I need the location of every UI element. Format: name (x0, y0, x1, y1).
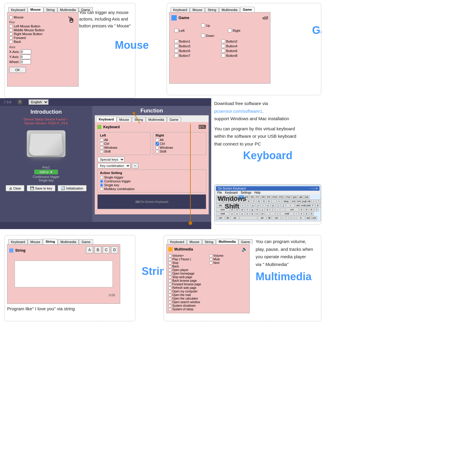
tab-mouse[interactable]: Mouse (28, 7, 43, 12)
osk-enter[interactable]: ent (285, 208, 299, 212)
osk-minus[interactable]: - (272, 199, 276, 203)
language-select[interactable]: English (29, 99, 48, 105)
osk-l[interactable]: l (270, 208, 275, 212)
multi-search-cb[interactable] (168, 301, 171, 304)
multi-tab-game[interactable]: Game (238, 239, 253, 244)
game-btn2-cb[interactable] (221, 39, 225, 43)
osk-fwdslash[interactable]: / (275, 212, 280, 216)
multi-back-cb[interactable] (168, 265, 171, 268)
info-link[interactable]: pcsensor.com/software1, (214, 109, 264, 114)
multi-my-computer-cb[interactable] (168, 290, 171, 293)
multi-calculator-cb[interactable] (168, 297, 171, 300)
right-windows-cb[interactable] (156, 146, 159, 149)
osk-v[interactable]: v (245, 212, 250, 216)
single-trigger-radio[interactable] (100, 176, 103, 179)
btn-c[interactable]: C (103, 246, 110, 253)
osk-nenter[interactable]: ent (311, 216, 317, 220)
osk-p[interactable]: p (271, 203, 275, 207)
multi-fwd-browse-cb[interactable] (168, 283, 171, 286)
osk-j[interactable]: j (260, 208, 265, 212)
osk-lshift[interactable]: shift (216, 212, 229, 216)
multi-tab-string[interactable]: String (202, 239, 216, 244)
left-alt-cb[interactable] (100, 138, 103, 142)
osk-mul[interactable]: * (316, 199, 321, 203)
xaxis-input[interactable] (21, 49, 31, 54)
multi-volume-minus-cb[interactable] (209, 254, 212, 257)
multi-tab-keyboard[interactable]: Keyboard (167, 239, 187, 244)
osk-m[interactable]: m (260, 212, 265, 216)
single-key-radio[interactable] (100, 184, 103, 187)
osk-n2[interactable]: 2 (304, 212, 309, 216)
osk-f10[interactable]: F10 (272, 195, 278, 199)
osk-b[interactable]: b (250, 212, 255, 216)
osk-n4[interactable]: 4 (299, 208, 304, 212)
left-ctrl-cb[interactable] (100, 142, 103, 145)
osk-n0[interactable]: 0 (296, 216, 305, 220)
str-tab-string[interactable]: String (43, 239, 58, 244)
mouse-enable-checkbox[interactable] (9, 16, 12, 19)
osk-x[interactable]: x (235, 212, 239, 216)
tab-string[interactable]: String (43, 7, 57, 12)
osk-f8[interactable]: F8 (261, 195, 266, 199)
osk-rshift[interactable]: shift (280, 212, 294, 216)
tab-multimedia[interactable]: Multimedia (57, 7, 79, 12)
func-tab-game[interactable]: Game (167, 117, 181, 122)
str-tab-game[interactable]: Game (79, 239, 93, 244)
help-button[interactable]: ? (17, 99, 23, 105)
game-btn1-cb[interactable] (174, 39, 178, 43)
game-btn3-cb[interactable] (174, 44, 178, 48)
osk-n1[interactable]: 1 (299, 212, 304, 216)
osk-semicolon[interactable]: ; (275, 208, 280, 212)
osk-period[interactable]: . (270, 212, 275, 216)
multi-tab-mouse[interactable]: Mouse (187, 239, 202, 244)
osk-backslash[interactable]: \ (286, 203, 295, 207)
multi-sleep-cb[interactable] (168, 308, 171, 311)
multi-volume-plus-cb[interactable] (168, 254, 171, 257)
osk-down[interactable]: ↓ (286, 216, 291, 220)
str-tab-mouse[interactable]: Mouse (28, 239, 43, 244)
osk-ins[interactable]: ins (291, 199, 296, 203)
multi-mail-cb[interactable] (168, 294, 171, 297)
osk-lwin[interactable]: ⊞ (225, 216, 230, 220)
osk-i[interactable]: i (261, 203, 265, 207)
btn-b[interactable]: B (94, 246, 101, 253)
osk-rctrl[interactable]: ctrl (272, 216, 281, 220)
osk-0[interactable]: 0 (267, 199, 271, 203)
osk-lalt[interactable]: alt (230, 216, 239, 220)
string-textarea[interactable] (15, 261, 112, 287)
osk-lbracket[interactable]: [ (276, 203, 281, 207)
btn-a[interactable]: A (86, 246, 93, 253)
osk-pup[interactable]: pup (301, 199, 306, 203)
multikey-radio[interactable] (100, 187, 103, 191)
osk-menu-settings[interactable]: Settings (241, 191, 251, 194)
osk-lctrl[interactable]: ctrl (216, 216, 225, 220)
osk-comma[interactable]: , (265, 212, 270, 216)
osk-c[interactable]: c (240, 212, 245, 216)
str-tab-multimedia[interactable]: Multimedia (58, 239, 79, 244)
osk-alk[interactable]: alk (298, 195, 303, 199)
osk-psc[interactable]: psc (292, 195, 298, 199)
osk-equals[interactable]: = (277, 199, 281, 203)
multi-open-player-cb[interactable] (168, 269, 171, 272)
func-tab-string[interactable]: String (132, 117, 146, 122)
left-shift-cb[interactable] (100, 150, 103, 153)
middle-mouse-btn-checkbox[interactable] (9, 29, 12, 32)
osk-bksp[interactable]: bksp (282, 199, 291, 203)
osk-n7[interactable]: 7 (310, 203, 315, 207)
multi-next-cb[interactable] (209, 262, 212, 264)
multi-stop-cb[interactable] (168, 262, 171, 264)
game-btn7-cb[interactable] (174, 54, 178, 57)
multi-back-browse-cb[interactable] (168, 279, 171, 282)
str-tab-keyboard[interactable]: Keyboard (8, 239, 28, 244)
osk-space[interactable] (239, 216, 257, 220)
game-right-checkbox[interactable] (228, 29, 232, 32)
osk-brk[interactable]: brk (304, 195, 310, 199)
game-up-checkbox[interactable] (201, 24, 205, 27)
key-dropdown-icon[interactable]: ▼ (50, 170, 53, 174)
game-btn8-cb[interactable] (221, 54, 225, 57)
osk-hm[interactable]: hm (296, 199, 301, 203)
right-shift-cb[interactable] (156, 150, 159, 153)
func-tab-multimedia[interactable]: Multimedia (146, 117, 167, 122)
btn-d[interactable]: D (111, 246, 118, 253)
game-left-checkbox[interactable] (174, 29, 178, 32)
